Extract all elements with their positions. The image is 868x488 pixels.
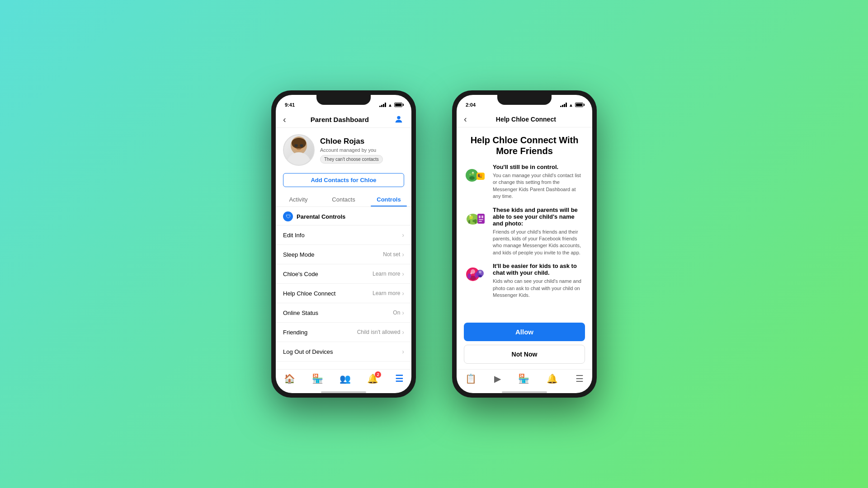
- profile-section: Chloe Rojas Account managed by you They …: [276, 128, 411, 170]
- modal-title: Help Chloe Connect With More Friends: [464, 135, 585, 156]
- home-indicator-1: [321, 391, 366, 393]
- svg-rect-27: [479, 221, 482, 222]
- bottom-nav-notifications[interactable]: 🔔 2: [367, 373, 378, 384]
- svg-point-13: [472, 172, 474, 174]
- control-edit-info[interactable]: Edit Info ›: [276, 225, 411, 245]
- svg-rect-7: [294, 144, 298, 147]
- svg-point-0: [397, 116, 400, 119]
- nav-bar-2: ‹ Help Chloe Connect: [457, 111, 592, 127]
- time-1: 9:41: [285, 102, 295, 108]
- feature-emoji-2: [464, 206, 487, 230]
- feature-body-2: Friends of your child's friends and thei…: [493, 229, 585, 257]
- svg-rect-8: [300, 144, 303, 147]
- svg-point-16: [480, 174, 482, 177]
- modal-actions: Allow Not Now: [457, 323, 592, 369]
- chevron-icon: ›: [402, 251, 404, 258]
- back-button-2[interactable]: ‹: [464, 114, 467, 124]
- status-right-1: ▲: [379, 103, 402, 108]
- allow-button[interactable]: Allow: [464, 323, 585, 341]
- avatar: [283, 134, 315, 166]
- not-now-button[interactable]: Not Now: [464, 345, 585, 364]
- svg-point-2: [286, 152, 311, 166]
- chevron-icon: ›: [402, 290, 404, 297]
- svg-rect-23: [477, 214, 485, 224]
- control-friending[interactable]: Friending Child isn't allowed ›: [276, 323, 411, 342]
- profile-sub: Account managed by you: [320, 147, 383, 153]
- control-log-out[interactable]: Log Out of Devices ›: [276, 342, 411, 361]
- feature-body-3: Kids who can see your child's name and p…: [493, 278, 585, 299]
- bottom-nav-2: 📋 ▶ 🏪 🔔 ☰: [457, 369, 592, 389]
- svg-point-11: [469, 174, 471, 175]
- feature-body-1: You can manage your child's contact list…: [493, 172, 585, 200]
- control-download-info[interactable]: Download Chloe's Information ›: [276, 361, 411, 369]
- svg-point-31: [470, 272, 472, 274]
- bottom-nav-groups[interactable]: 👥: [340, 373, 351, 384]
- chevron-icon: ›: [402, 348, 404, 355]
- svg-point-22: [469, 215, 471, 216]
- bottom-nav-shop[interactable]: 🏪: [312, 373, 323, 384]
- battery-icon-2: [575, 103, 583, 107]
- svg-point-4: [292, 138, 306, 149]
- signal-icon-1: [379, 103, 386, 107]
- bottom-nav-menu[interactable]: ☰: [395, 373, 403, 384]
- battery-icon-1: [394, 103, 402, 107]
- tabs-1: Activity Contacts Controls: [276, 192, 411, 207]
- nav-bar-1: ‹ Parent Dashboard: [276, 111, 411, 128]
- bottom-nav-1: 🏠 🏪 👥 🔔 2 ☰: [276, 369, 411, 389]
- control-sleep-mode[interactable]: Sleep Mode Not set ›: [276, 245, 411, 264]
- profile-name: Chloe Rojas: [320, 137, 383, 146]
- chevron-icon: ›: [402, 270, 404, 277]
- feature-emoji-1: [464, 164, 487, 187]
- svg-rect-26: [479, 219, 483, 220]
- profile-badge: They can't choose contacts: [320, 155, 383, 164]
- bottom-nav-2-shop[interactable]: 🏪: [518, 373, 529, 384]
- home-indicator-2: [502, 391, 547, 393]
- phone-1: 9:41 ▲ ‹ Parent Dashboard: [271, 90, 416, 398]
- tab-activity[interactable]: Activity: [276, 192, 321, 206]
- svg-rect-21: [475, 219, 476, 224]
- svg-rect-25: [481, 216, 483, 218]
- chevron-icon: ›: [402, 231, 404, 239]
- bottom-nav-2-play[interactable]: ▶: [494, 373, 501, 384]
- profile-info: Chloe Rojas Account managed by you They …: [320, 137, 383, 164]
- person-icon-1[interactable]: [393, 114, 404, 125]
- control-online-status[interactable]: Online Status On ›: [276, 303, 411, 323]
- chevron-icon: ›: [402, 328, 404, 336]
- notch-1: [316, 95, 371, 105]
- shield-icon: 🛡: [283, 211, 293, 221]
- svg-rect-20: [468, 220, 470, 224]
- feature-heading-2: These kids and parents will be able to s…: [493, 206, 585, 227]
- tab-contacts[interactable]: Contacts: [321, 192, 366, 206]
- bottom-nav-home[interactable]: 🏠: [284, 373, 295, 384]
- chevron-icon: ›: [402, 309, 404, 316]
- notification-badge: 2: [375, 371, 381, 378]
- control-help-connect[interactable]: Help Chloe Connect Learn more ›: [276, 284, 411, 303]
- feature-heading-3: It'll be easier for kids to ask to chat …: [493, 263, 585, 276]
- bottom-nav-2-bell[interactable]: 🔔: [547, 373, 558, 384]
- nav-title-2: Help Chloe Connect: [467, 116, 585, 123]
- add-contacts-button[interactable]: Add Contacts for Chloe: [283, 173, 404, 187]
- svg-point-12: [469, 176, 475, 180]
- controls-section: 🛡 Parental Controls Edit Info › Sleep Mo…: [276, 207, 411, 369]
- feature-item-1: You'll still be in control. You can mana…: [464, 164, 585, 200]
- feature-item-2: These kids and parents will be able to s…: [464, 206, 585, 257]
- status-right-2: ▲: [560, 103, 583, 108]
- bottom-nav-2-menu[interactable]: ☰: [576, 373, 584, 384]
- back-button-1[interactable]: ‹: [283, 114, 286, 125]
- svg-rect-24: [479, 216, 481, 218]
- feature-item-3: It'll be easier for kids to ask to chat …: [464, 263, 585, 299]
- feature-emoji-3: [464, 263, 487, 286]
- svg-point-36: [478, 275, 482, 277]
- phone-2: 2:04 ▲ ‹ Help Chloe Connect Help Chloe C…: [452, 90, 597, 398]
- notch-2: [497, 95, 552, 105]
- svg-point-32: [467, 273, 471, 279]
- wifi-icon-2: ▲: [569, 103, 573, 108]
- control-chloes-code[interactable]: Chloe's Code Learn more ›: [276, 264, 411, 284]
- svg-point-35: [479, 271, 481, 273]
- tab-controls[interactable]: Controls: [366, 192, 411, 206]
- section-header-text: Parental Controls: [297, 213, 345, 220]
- section-header: 🛡 Parental Controls: [276, 207, 411, 225]
- nav-title-1: Parent Dashboard: [311, 116, 369, 123]
- feature-heading-1: You'll still be in control.: [493, 164, 585, 170]
- bottom-nav-2-watch[interactable]: 📋: [465, 373, 476, 384]
